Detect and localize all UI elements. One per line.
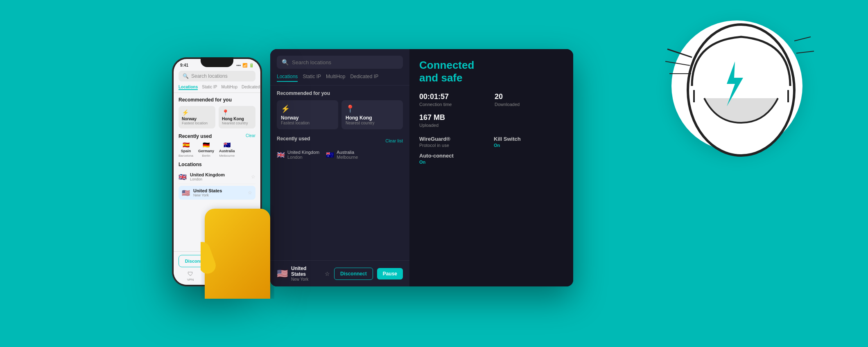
phone-clear-button[interactable]: Clear — [246, 133, 255, 139]
auto-connect-name: Auto-connect — [419, 153, 489, 159]
phone-tabs: Locations Static IP MultiHop Dedicated I… — [174, 85, 260, 93]
recently-header: Recently used Clear list — [277, 136, 403, 146]
phone-recent-spain[interactable]: 🇪🇸 Spain Barcelona — [179, 142, 193, 158]
protocol-name: WireGuard® — [419, 136, 489, 142]
downloaded-value: 20 — [495, 92, 563, 101]
phone-us-name: United States — [193, 188, 248, 193]
uploaded-value: 167 MB — [419, 113, 488, 122]
phone-norway-sub: Fastest location — [182, 121, 212, 125]
desktop-tabs: Locations Static IP MultiHop Dedicated I… — [270, 72, 409, 86]
selected-loc-name: United States — [291, 266, 321, 277]
phone-norway-icon: ⚡ — [182, 109, 212, 116]
phone-content: Recommended for you ⚡ Norway Fastest loc… — [174, 93, 260, 205]
phone-hongkong-sub: Nearest country — [222, 121, 252, 125]
spain-city: Barcelona — [179, 154, 193, 158]
auto-connect-feature: Auto-connect On — [419, 153, 489, 164]
phone-uk-info: United Kingdom London — [190, 172, 251, 181]
signal-icon: ▪▪▪ — [236, 63, 241, 68]
us-flag: 🇺🇸 — [277, 268, 288, 279]
tab-multihop[interactable]: MultiHop — [326, 72, 345, 82]
au-name: Australia — [337, 150, 358, 155]
favorite-star[interactable]: ☆ — [325, 270, 330, 277]
uk-flag: 🇬🇧 — [277, 151, 285, 159]
phone-icons: ▪▪▪ 📶 🔋 — [236, 63, 254, 68]
tab-dedicated-ip[interactable]: Dedicated IP — [350, 72, 378, 82]
helmet-svg — [663, 8, 819, 180]
desktop-locations-panel: 🔍 Locations Static IP MultiHop Dedicated… — [270, 49, 409, 286]
germany-name: Germany — [198, 149, 214, 153]
phone-recommended-title: Recommended for you — [179, 97, 255, 103]
disconnect-button[interactable]: Disconnect — [334, 268, 373, 280]
kill-switch-name: Kill Switch — [494, 136, 563, 142]
svg-line-4 — [665, 61, 690, 65]
australia-name: Australia — [219, 149, 235, 153]
spain-flag: 🇪🇸 — [183, 142, 190, 148]
connection-time-label: Connection time — [419, 102, 488, 107]
rec-card-hongkong[interactable]: 📍 Hong Kong Nearest country — [341, 100, 403, 129]
svg-line-6 — [794, 37, 811, 41]
battery-icon: 🔋 — [249, 63, 254, 68]
hongkong-icon: 📍 — [346, 104, 399, 113]
phone-loc-uk[interactable]: 🇬🇧 United Kingdom London ☆ — [179, 170, 255, 184]
phone-norway-name: Norway — [182, 117, 212, 121]
phone-tab-locations[interactable]: Locations — [179, 85, 198, 90]
phone-search-text: Search locations — [191, 73, 228, 79]
phone-recent-australia[interactable]: 🇦🇺 Australia Melbourne — [219, 142, 235, 158]
clear-list-button[interactable]: Clear list — [385, 138, 403, 143]
recent-au[interactable]: 🇦🇺 Australia Melbourne — [326, 150, 358, 160]
tab-locations[interactable]: Locations — [277, 72, 298, 82]
stats-grid: 00:01:57 Connection time 20 Downloaded 1… — [419, 92, 563, 128]
phone-tab-dedicated-ip[interactable]: Dedicated IP — [242, 85, 260, 90]
phone-time: 9:41 — [180, 63, 188, 68]
rec-card-norway[interactable]: ⚡ Norway Fastest location — [277, 100, 338, 129]
connected-title: Connected and safe — [419, 59, 563, 84]
phone-recently-title: Recently used — [179, 133, 212, 139]
kill-switch-feature: Kill Switch On — [494, 136, 563, 148]
protocol-feature: WireGuard® Protocol in use — [419, 136, 489, 148]
shield-icon: 🛡 — [188, 270, 193, 277]
phone-us-info: United States New York — [193, 188, 248, 197]
phone-uk-flag: 🇬🇧 — [179, 173, 187, 181]
pause-button[interactable]: Pause — [377, 268, 403, 279]
downloaded-stat: 20 Downloaded — [495, 92, 563, 107]
phone-us-flag: 🇺🇸 — [182, 189, 190, 197]
uk-name: United Kingdom — [287, 150, 319, 155]
phone-tab-multihop[interactable]: MultiHop — [221, 85, 237, 90]
tab-static-ip[interactable]: Static IP — [303, 72, 321, 82]
uploaded-stat: 167 MB Uploaded — [419, 113, 488, 128]
norway-name: Norway — [281, 115, 334, 121]
hongkong-sub: Nearest country — [346, 121, 399, 125]
uploaded-label: Uploaded — [419, 123, 488, 128]
phone-us-star[interactable]: ☆ — [248, 190, 252, 196]
phone-recently-header: Recently used Clear — [179, 133, 255, 139]
recommended-title: Recommended for you — [277, 90, 403, 96]
desktop-search-bar[interactable]: 🔍 — [277, 56, 403, 69]
phone-rec-hongkong[interactable]: 📍 Hong Kong Nearest country — [219, 106, 255, 128]
phone-rec-norway[interactable]: ⚡ Norway Fastest location — [179, 106, 215, 128]
recently-title: Recently used — [277, 136, 310, 142]
desktop-search-input[interactable] — [292, 59, 398, 65]
phone-nav-vpn-label: VPN — [187, 278, 194, 282]
connected-heading: Connected and safe — [419, 59, 563, 84]
phone-locations-title: Locations — [179, 162, 255, 167]
recent-uk[interactable]: 🇬🇧 United Kingdom London — [277, 150, 319, 160]
recently-used-row: 🇬🇧 United Kingdom London 🇦🇺 Australia Me… — [277, 150, 403, 160]
svg-line-7 — [796, 51, 814, 53]
desktop-content: Recommended for you ⚡ Norway Fastest loc… — [270, 86, 409, 260]
connection-time-value: 00:01:57 — [419, 92, 488, 101]
desktop-status-panel: Connected and safe 00:01:57 Connection t… — [409, 49, 573, 286]
australia-flag: 🇦🇺 — [224, 142, 231, 148]
phone-search-icon: 🔍 — [183, 73, 189, 79]
desktop-app-panel: 🔍 Locations Static IP MultiHop Dedicated… — [270, 49, 573, 286]
desktop-bottom-bar: 🇺🇸 United States New York ☆ Disconnect P… — [270, 260, 409, 286]
uk-city: London — [287, 155, 319, 160]
phone-nav-vpn[interactable]: 🛡 VPN — [187, 270, 194, 282]
norway-icon: ⚡ — [281, 104, 334, 113]
protocol-label: Protocol in use — [419, 143, 489, 148]
phone-search-bar[interactable]: 🔍 Search locations — [179, 71, 255, 81]
phone-tab-static-ip[interactable]: Static IP — [202, 85, 217, 90]
spain-name: Spain — [181, 149, 191, 153]
phone-recent-germany[interactable]: 🇩🇪 Germany Berlin — [198, 142, 214, 158]
phone-uk-star[interactable]: ☆ — [251, 174, 255, 180]
au-city: Melbourne — [337, 155, 358, 160]
